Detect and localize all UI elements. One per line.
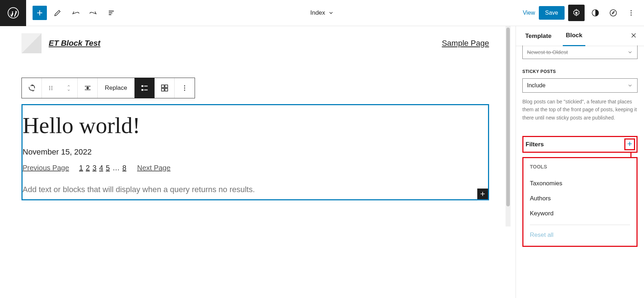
drag-handle[interactable]: [42, 78, 60, 98]
plus-icon: [35, 9, 44, 17]
contrast-icon: [591, 9, 600, 17]
pencil-icon: [53, 9, 62, 17]
svg-rect-14: [144, 86, 148, 87]
block-type-button[interactable]: [22, 78, 42, 98]
post-title[interactable]: Hello world!: [23, 112, 488, 139]
svg-rect-20: [165, 88, 168, 91]
sticky-posts-select[interactable]: Include: [522, 78, 638, 93]
svg-point-3: [610, 10, 616, 16]
page-num[interactable]: 2: [86, 164, 90, 172]
site-logo-placeholder[interactable]: [21, 33, 42, 53]
edit-mode-button[interactable]: [50, 6, 65, 20]
tab-block[interactable]: Block: [563, 26, 585, 46]
add-block-button[interactable]: [33, 6, 47, 20]
view-link[interactable]: View: [523, 10, 535, 16]
align-icon: [83, 84, 92, 92]
list-layout-icon: [140, 83, 149, 93]
pagination: Previous Page 1 2 3 4 5 … 8 Next Page: [23, 164, 488, 172]
editor-canvas: ET Block Test Sample Page Replace: [0, 26, 511, 298]
svg-rect-13: [142, 85, 143, 87]
wordpress-logo[interactable]: [0, 0, 26, 26]
filters-panel-header[interactable]: Filters: [522, 136, 638, 153]
close-icon: [630, 31, 638, 39]
svg-point-1: [575, 12, 577, 14]
page-num[interactable]: 5: [106, 164, 110, 172]
svg-rect-16: [144, 89, 148, 90]
toolbar-right: View Save: [523, 5, 644, 21]
more-vertical-icon: [180, 84, 189, 92]
sidebar-body: Newest to Oldest STICKY POSTS Include Bl…: [516, 45, 644, 253]
svg-point-9: [49, 88, 50, 88]
chevron-down-icon: [627, 49, 633, 55]
loop-icon: [27, 83, 36, 93]
wordpress-icon: [8, 7, 19, 19]
order-select[interactable]: Newest to Oldest: [522, 45, 638, 59]
gear-icon: [572, 9, 581, 17]
close-sidebar-button[interactable]: [630, 31, 638, 40]
add-filter-button[interactable]: [624, 138, 635, 150]
next-page-link[interactable]: Next Page: [137, 164, 170, 172]
settings-button[interactable]: [568, 5, 585, 21]
undo-icon: [71, 9, 80, 17]
tools-label: TOOLS: [530, 164, 630, 170]
tab-template[interactable]: Template: [522, 26, 554, 46]
svg-rect-19: [161, 88, 164, 91]
svg-point-12: [52, 89, 52, 90]
sticky-help-text: Blog posts can be "stickied", a feature …: [522, 98, 638, 122]
block-toolbar: Replace: [21, 78, 195, 98]
site-title[interactable]: ET Block Test: [49, 39, 101, 48]
svg-point-5: [631, 13, 632, 14]
svg-point-21: [184, 86, 185, 87]
page-num[interactable]: 3: [92, 164, 96, 172]
no-results-placeholder[interactable]: Add text or blocks that will display whe…: [23, 185, 488, 194]
filters-tools-popup: TOOLS Taxonomies Authors Keyword Reset a…: [522, 157, 638, 247]
filter-taxonomies[interactable]: Taxonomies: [530, 176, 630, 191]
chevron-down-icon: [627, 83, 633, 88]
callout-connector: [630, 153, 631, 158]
svg-point-22: [184, 88, 185, 89]
filter-keyword[interactable]: Keyword: [530, 206, 630, 221]
page-header: ET Block Test Sample Page: [21, 26, 489, 60]
add-inner-block-button[interactable]: [477, 189, 488, 199]
svg-point-6: [631, 15, 632, 16]
scrollbar[interactable]: [506, 26, 511, 226]
more-vertical-icon: [627, 9, 635, 17]
align-button[interactable]: [78, 78, 98, 98]
page-numbers[interactable]: 1 2 3 4 5 … 8: [79, 164, 127, 172]
svg-point-8: [52, 86, 52, 87]
list-layout-button[interactable]: [135, 78, 155, 98]
document-title[interactable]: Index: [310, 9, 334, 16]
redo-icon: [89, 9, 98, 17]
previous-page-link[interactable]: Previous Page: [23, 164, 69, 172]
reset-all-link[interactable]: Reset all: [530, 229, 630, 241]
undo-button[interactable]: [68, 6, 83, 20]
nav-link-sample[interactable]: Sample Page: [442, 39, 489, 48]
grid-layout-button[interactable]: [155, 78, 175, 98]
replace-button[interactable]: Replace: [98, 78, 135, 98]
chevron-down-icon: [328, 10, 334, 16]
list-view-button[interactable]: [104, 6, 118, 20]
svg-point-23: [184, 90, 185, 91]
query-loop-block[interactable]: Hello world! November 15, 2022 Previous …: [21, 104, 489, 200]
page-ellipsis: …: [113, 164, 120, 172]
svg-rect-15: [142, 89, 143, 91]
move-handle[interactable]: [60, 78, 78, 98]
styles-button[interactable]: [588, 6, 602, 20]
save-button[interactable]: Save: [539, 6, 565, 20]
sticky-posts-value: Include: [527, 82, 546, 89]
filter-authors[interactable]: Authors: [530, 191, 630, 206]
plus-icon: [626, 140, 633, 147]
topbar: Index View Save: [0, 0, 644, 26]
document-title-text: Index: [310, 9, 325, 16]
more-menu-button[interactable]: [624, 6, 638, 20]
chevron-down-icon: [66, 88, 71, 92]
page-num[interactable]: 8: [122, 164, 126, 172]
list-icon: [107, 9, 116, 17]
redo-button[interactable]: [86, 6, 101, 20]
block-more-button[interactable]: [175, 78, 195, 98]
page-num[interactable]: 4: [99, 164, 103, 172]
header-left: ET Block Test: [21, 33, 101, 53]
navigation-button[interactable]: [606, 6, 620, 20]
post-date: November 15, 2022: [23, 147, 488, 157]
page-num[interactable]: 1: [79, 164, 83, 172]
